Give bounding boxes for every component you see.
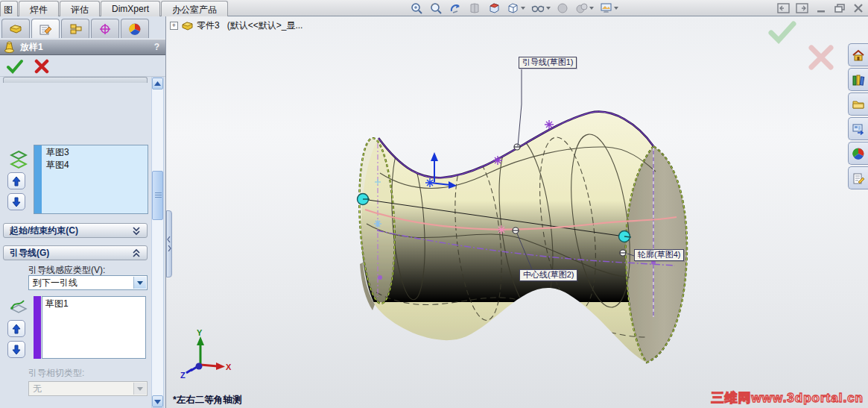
edit-appearance-icon: [576, 2, 588, 14]
home-icon: [852, 49, 865, 61]
task-pane-tabs: [848, 43, 868, 189]
confirmation-corner: [764, 21, 846, 73]
guide-callout-stripe: [34, 296, 41, 359]
profiles-callout-stripe: [34, 145, 42, 213]
thumb-grip: [155, 192, 162, 193]
restore-button[interactable]: [832, 3, 846, 14]
graphics-area[interactable]: [166, 16, 868, 408]
panel-splitter-handle[interactable]: [166, 210, 172, 277]
scrollbar-thumb[interactable]: [152, 171, 163, 220]
tab-dimxpert[interactable]: DimXpert: [101, 1, 160, 16]
minimize-button[interactable]: [814, 3, 828, 14]
profiles-list-item[interactable]: 草图3: [43, 145, 148, 158]
tab-weldments[interactable]: 焊件: [19, 1, 59, 16]
task-pane-custom-properties-tab[interactable]: [848, 166, 868, 189]
close-button[interactable]: [851, 3, 865, 14]
heads-up-view-toolbar: [407, 1, 621, 16]
zoom-to-area-icon: [430, 2, 443, 15]
chevron-down-icon: [137, 281, 143, 285]
dropdown-button[interactable]: [133, 277, 146, 289]
scroll-arrow-down-icon: [154, 399, 161, 404]
zoom-fit-icon: [411, 2, 423, 15]
appearances-sphere-icon: [852, 148, 865, 160]
dropdown-arrow-icon: [546, 7, 551, 10]
part-name[interactable]: 零件3: [197, 19, 220, 32]
feature-tree-overlay[interactable]: + 零件3 (默认<<默认>_显...: [170, 19, 302, 31]
toggle-left-pane-button[interactable]: [776, 3, 791, 14]
start-end-constraints-header[interactable]: 起始/结束约束(C): [3, 223, 148, 238]
rotate-view-button[interactable]: [446, 1, 465, 16]
start-end-constraints-label: 起始/结束约束(C): [10, 225, 78, 237]
minimize-icon: [816, 3, 826, 13]
guide-influence-dropdown[interactable]: 到下一引线: [28, 275, 148, 290]
display-manager-tab[interactable]: [121, 19, 149, 38]
guide-tangency-value: 无: [33, 383, 42, 395]
profile-callout[interactable]: 轮廓(草图4): [634, 249, 684, 261]
edit-appearance-button[interactable]: [572, 1, 597, 16]
splitter-arrows-icon: [167, 245, 171, 251]
guide-curves-header[interactable]: 引导线(G): [3, 245, 148, 260]
guide-curves-listbox[interactable]: 草图1: [42, 296, 146, 359]
custom-properties-icon: [852, 172, 865, 184]
dimxpert-manager-icon: [98, 23, 112, 35]
dropdown-arrow-icon: [521, 7, 525, 10]
hide-show-items-button[interactable]: [553, 1, 572, 16]
section-view-button[interactable]: [484, 1, 504, 16]
feature-manager-icon: [9, 23, 22, 34]
view-orientation-name: *左右二等角轴测: [173, 394, 241, 407]
cancel-button[interactable]: [34, 59, 49, 74]
scroll-up-button[interactable]: [152, 78, 163, 90]
scroll-down-button[interactable]: [152, 395, 163, 407]
view-palette-icon: [852, 123, 865, 135]
profiles-move-up-button[interactable]: [7, 172, 25, 189]
pan-icon: [469, 2, 481, 14]
tab-sketch-partial[interactable]: 图: [0, 1, 18, 16]
folder-icon: [852, 98, 865, 110]
toggle-right-pane-button[interactable]: [795, 3, 809, 14]
guide-move-up-button[interactable]: [7, 320, 25, 337]
help-button[interactable]: ?: [154, 42, 159, 52]
rotate-view-icon: [449, 2, 462, 15]
ok-button[interactable]: [6, 59, 24, 74]
hide-show-items-icon: [557, 2, 568, 14]
profiles-list-item[interactable]: 草图4: [43, 158, 148, 171]
manager-tab-strip: [1, 19, 151, 39]
chevron-down-icon: [131, 226, 142, 236]
task-pane-design-library-tab[interactable]: [848, 68, 868, 91]
feature-manager-tab[interactable]: [1, 19, 30, 38]
confirm-cancel-icon[interactable]: [811, 48, 831, 67]
zoom-fit-button[interactable]: [407, 1, 426, 16]
property-manager-tab[interactable]: [31, 19, 60, 38]
display-style-button[interactable]: [528, 1, 553, 16]
centerline-callout[interactable]: 中心线(草图2): [519, 269, 577, 281]
command-manager-bar: 图 焊件 评估 DimXpert 办公室产品: [0, 0, 868, 16]
display-manager-icon: [128, 23, 142, 35]
tab-evaluate[interactable]: 评估: [60, 1, 100, 16]
confirm-ok-icon[interactable]: [771, 24, 793, 40]
profiles-icon: [10, 150, 28, 171]
guide-move-down-button[interactable]: [7, 341, 25, 358]
dimxpert-manager-tab[interactable]: [91, 19, 119, 38]
apply-scene-button[interactable]: [597, 1, 621, 16]
design-library-icon: [852, 74, 865, 86]
panel-scrollbar[interactable]: [151, 77, 164, 408]
guide-list-item[interactable]: 草图1: [42, 297, 145, 310]
arrow-down-icon: [12, 345, 21, 355]
tab-office-products[interactable]: 办公室产品: [161, 1, 228, 16]
ok-cancel-row: [0, 56, 165, 77]
zoom-to-area-button[interactable]: [426, 1, 446, 16]
tree-expand-box[interactable]: +: [170, 22, 178, 30]
profiles-listbox[interactable]: 草图3 草图4: [34, 145, 148, 214]
guide-curve-callout[interactable]: 引导线(草图1): [519, 57, 577, 69]
configuration-manager-tab[interactable]: [61, 19, 89, 38]
task-pane-view-palette-tab[interactable]: [848, 117, 868, 140]
task-pane-home-tab[interactable]: [848, 43, 868, 66]
task-pane-file-explorer-tab[interactable]: [848, 92, 868, 116]
profiles-move-down-button[interactable]: [7, 193, 25, 210]
guide-tangency-label: 引导相切类型:: [28, 367, 84, 380]
pan-button[interactable]: [465, 1, 484, 16]
profiles-header-clipped[interactable]: [3, 77, 148, 83]
view-orientation-button[interactable]: [504, 1, 528, 16]
task-pane-appearances-tab[interactable]: [848, 142, 868, 165]
part-icon: [181, 20, 194, 31]
